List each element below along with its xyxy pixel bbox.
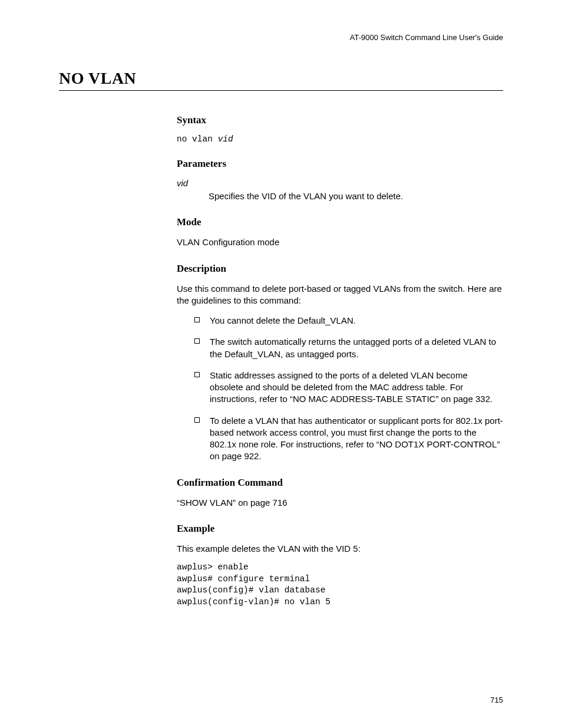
running-header: AT-9000 Switch Command Line User's Guide bbox=[59, 33, 503, 42]
example-intro: This example deletes the VLAN with the V… bbox=[177, 543, 503, 555]
bullet-item: You cannot delete the Default_VLAN. bbox=[194, 315, 503, 327]
page-title: NO VLAN bbox=[59, 69, 503, 88]
syntax-heading: Syntax bbox=[177, 114, 503, 126]
bullet-item: To delete a VLAN that has authenticator … bbox=[194, 415, 503, 463]
page-container: AT-9000 Switch Command Line User's Guide… bbox=[0, 0, 562, 728]
title-rule-block: NO VLAN bbox=[59, 69, 503, 91]
confirmation-heading: Confirmation Command bbox=[177, 477, 503, 489]
content-column: Syntax no vlan vid Parameters vid Specif… bbox=[177, 114, 503, 608]
example-heading: Example bbox=[177, 523, 503, 535]
mode-heading: Mode bbox=[177, 216, 503, 228]
description-intro: Use this command to delete port-based or… bbox=[177, 283, 503, 307]
param-desc: Specifies the VID of the VLAN you want t… bbox=[209, 190, 503, 202]
syntax-arg: vid bbox=[218, 134, 233, 144]
bullet-item: The switch automatically returns the unt… bbox=[194, 336, 503, 360]
syntax-line: no vlan vid bbox=[177, 134, 503, 144]
mode-text: VLAN Configuration mode bbox=[177, 236, 503, 248]
confirmation-text: “SHOW VLAN” on page 716 bbox=[177, 497, 503, 509]
page-number: 715 bbox=[490, 696, 503, 704]
description-heading: Description bbox=[177, 263, 503, 275]
bullet-item: Static addresses assigned to the ports o… bbox=[194, 370, 503, 406]
parameters-heading: Parameters bbox=[177, 158, 503, 170]
example-code: awplus> enable awplus# configure termina… bbox=[177, 562, 503, 608]
param-name: vid bbox=[177, 178, 503, 188]
description-bullets: You cannot delete the Default_VLAN. The … bbox=[194, 315, 503, 463]
syntax-command: no vlan bbox=[177, 134, 213, 144]
